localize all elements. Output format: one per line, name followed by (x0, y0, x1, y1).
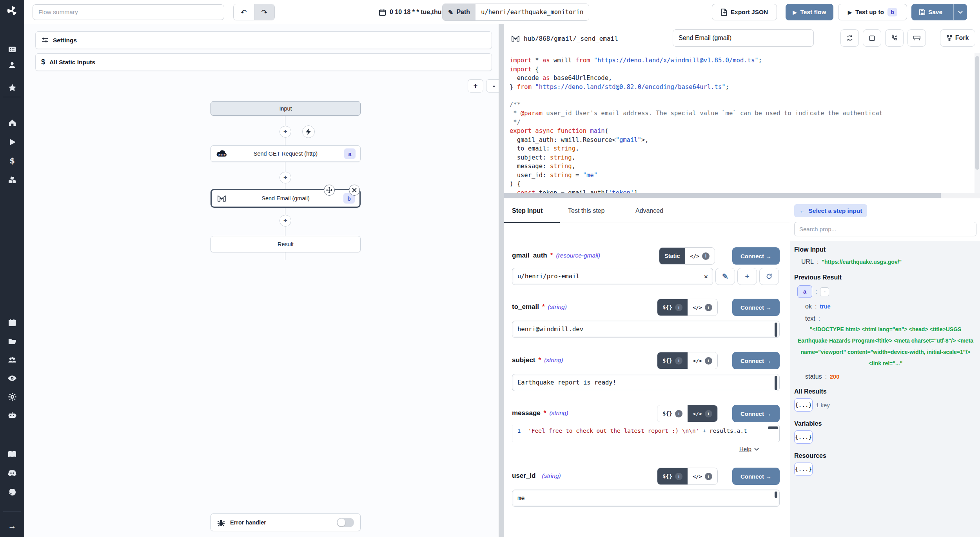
clear-icon[interactable]: ✕ (704, 272, 708, 280)
result-status-row[interactable]: status : 200 (805, 373, 976, 380)
sidebar-item-user[interactable] (0, 57, 24, 73)
node-input[interactable]: Input (211, 101, 361, 116)
path-chip: ✎ Path u/henri/earthquake_monitorin (442, 4, 589, 21)
sidebar-item-runs[interactable] (0, 134, 24, 150)
sidebar-item-favorites[interactable] (0, 80, 24, 95)
close-icon (352, 188, 357, 192)
to-email-input[interactable]: henri@windmill.dev (512, 321, 780, 338)
move-node-button[interactable] (324, 185, 335, 196)
assistant-button[interactable] (885, 29, 904, 47)
template-mode-button[interactable]: ${}i (657, 299, 688, 316)
tab-step-input[interactable]: Step Input (512, 199, 543, 223)
tab-advanced[interactable]: Advanced (635, 199, 663, 223)
connect-button-user-id[interactable]: Connect → (732, 468, 780, 485)
sidebar-item-schedules[interactable] (0, 315, 24, 331)
sidebar-item-docs[interactable] (0, 446, 24, 462)
add-trigger-button[interactable] (302, 125, 315, 138)
tab-test-this-step[interactable]: Test this step (568, 199, 604, 223)
fork-button[interactable]: Fork (940, 29, 975, 47)
save-button[interactable]: Save (912, 4, 950, 20)
reload-script-button[interactable] (840, 29, 859, 47)
template-mode-button[interactable]: ${}i (657, 352, 688, 369)
code-mode-button[interactable]: </>i (688, 299, 717, 316)
resources-object-button[interactable]: {...} (794, 463, 813, 476)
sidebar-item-workers[interactable] (0, 389, 24, 405)
subject-input[interactable]: Earthquake report is ready! (512, 374, 780, 391)
edit-resource-button[interactable]: ✎ (715, 268, 735, 285)
refresh-resource-button[interactable] (759, 268, 779, 285)
connect-button-to-email[interactable]: Connect → (732, 299, 780, 316)
expand-editor-button[interactable] (863, 29, 881, 47)
all-static-inputs-button[interactable]: $ All Static Inputs (35, 53, 492, 71)
sidebar-item-home[interactable] (0, 115, 24, 131)
code-mode-button[interactable]: </>i (688, 468, 717, 484)
test-flow-button[interactable]: ▶ Test flow (786, 4, 833, 20)
template-mode-button[interactable]: ${}i (657, 468, 688, 484)
node-result[interactable]: Result (211, 236, 361, 252)
sidebar-expand-button[interactable]: → (0, 518, 24, 534)
panel-splitter[interactable] (499, 24, 504, 537)
redo-button[interactable]: ↷ (254, 4, 275, 20)
sidebar-item-variables[interactable]: $ (0, 153, 24, 169)
variables-object-button[interactable]: {...} (794, 430, 813, 444)
node-send-email-selected[interactable]: Send Email (gmail) b (211, 189, 361, 208)
add-step-button[interactable]: + (279, 126, 291, 138)
connect-button-message[interactable]: Connect → (732, 405, 780, 422)
sidebar-item-groups[interactable] (0, 352, 24, 368)
code-mode-button[interactable]: </>i (688, 352, 717, 369)
add-step-button[interactable]: + (279, 215, 291, 227)
textarea-scrollbar[interactable] (775, 492, 777, 498)
help-link[interactable]: Help (739, 446, 759, 452)
result-text-row[interactable]: text : (805, 315, 976, 322)
node-send-get-request[interactable]: HTTP Send GET Request (http) a (211, 145, 361, 162)
code-mode-button[interactable]: </>i (688, 405, 717, 422)
flow-summary-input[interactable] (33, 4, 224, 20)
connect-button-gmail-auth[interactable]: Connect → (732, 247, 780, 265)
search-prop-input[interactable] (794, 222, 976, 236)
sidebar-item-worker-groups[interactable] (0, 408, 24, 423)
error-handler-row[interactable]: Error handler (211, 513, 361, 531)
editor-scrollbar[interactable] (768, 426, 778, 429)
template-mode-button[interactable]: ${}i (657, 405, 688, 422)
sidebar-item-discord[interactable] (0, 465, 24, 481)
result-ok-row[interactable]: ok : true (805, 303, 976, 310)
error-handler-toggle[interactable] (337, 518, 354, 527)
all-results-object-button[interactable]: {...} (794, 398, 813, 412)
user-id-input[interactable]: me (512, 490, 780, 507)
add-resource-button[interactable]: + (737, 268, 757, 285)
sidebar-item-github[interactable] (0, 484, 24, 500)
export-json-button[interactable]: Export JSON (712, 4, 777, 20)
gmail-auth-input[interactable]: u/henri/pro-email ✕ (512, 268, 713, 285)
delete-node-button[interactable] (349, 185, 360, 196)
sidebar-item-audit-logs[interactable] (0, 370, 24, 386)
message-code-editor[interactable]: 1 'Feel free to check out the latest rep… (512, 425, 780, 442)
step-name-input[interactable] (673, 29, 814, 47)
top-toolbar: ↶ ↷ 0 10 18 * * tue,thu ✎ Path u/henri/e… (24, 0, 980, 24)
save-dropdown-button[interactable] (953, 4, 967, 20)
bench-button[interactable] (907, 29, 926, 47)
sidebar-item-folders[interactable] (0, 333, 24, 349)
textarea-scrollbar[interactable] (775, 323, 777, 337)
sidebar-item-workspace[interactable] (0, 42, 24, 57)
step-a-badge[interactable]: a (797, 285, 812, 298)
collapse-button[interactable]: - (820, 287, 829, 296)
flow-canvas[interactable]: + - Input + HTTP Send GET Request (http)… (24, 74, 499, 537)
code-horizontal-scrollbar[interactable] (504, 193, 980, 198)
schedule-display[interactable]: 0 10 18 * * tue,thu (379, 0, 442, 24)
select-step-input-button[interactable]: ← Select a step input (794, 204, 867, 217)
edit-path-button[interactable]: ✎ Path (443, 4, 475, 20)
flow-settings-button[interactable]: Settings (35, 31, 492, 49)
code-editor[interactable]: import * as wmill from "https://deno.lan… (504, 53, 975, 193)
code-vertical-scrollbar[interactable] (975, 53, 980, 193)
undo-button[interactable]: ↶ (234, 4, 254, 20)
static-mode-button[interactable]: Static (659, 248, 685, 264)
test-up-to-button[interactable]: ▶ Test up to b (838, 4, 907, 20)
textarea-scrollbar[interactable] (775, 376, 777, 390)
sidebar-item-resources[interactable] (0, 172, 24, 188)
flow-input-url-row[interactable]: URL : "https://earthquake.usgs.gov/" (801, 258, 976, 265)
code-mode-button[interactable]: </>i (685, 248, 715, 264)
zoom-in-button[interactable]: + (468, 79, 483, 93)
windmill-logo[interactable] (0, 3, 24, 19)
connect-button-subject[interactable]: Connect → (732, 352, 780, 369)
add-step-button[interactable]: + (279, 172, 291, 183)
